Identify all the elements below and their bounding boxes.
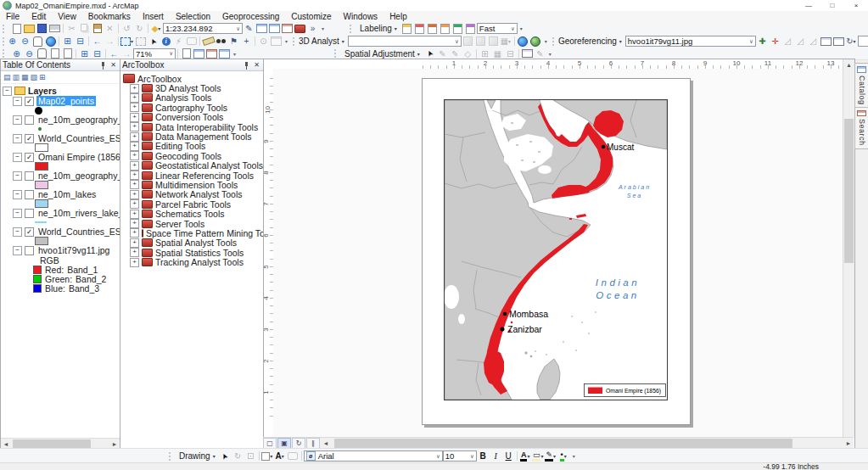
- map-vertical-scrollbar[interactable]: ▲: [843, 59, 854, 437]
- expand-toggle[interactable]: −: [13, 153, 22, 162]
- zoom-to-selected-elements-button[interactable]: ⊡: [244, 450, 257, 462]
- find-tool[interactable]: [215, 36, 227, 47]
- layout-canvas[interactable]: Muscat Mombasa Zanizbar Arabian Sea Indi…: [273, 69, 843, 437]
- fixed-zoom-in-button[interactable]: ⊞: [61, 36, 74, 47]
- fill-color-button[interactable]: ▭▾: [532, 450, 545, 462]
- catalog-window-button[interactable]: [268, 23, 281, 34]
- toolbox-item[interactable]: +Geostatistical Analyst Tools: [123, 161, 263, 171]
- toolbar-overflow-icon[interactable]: ▾: [545, 38, 547, 44]
- expand-toggle[interactable]: −: [13, 134, 22, 143]
- edgematch-tool[interactable]: ⊞: [479, 48, 491, 59]
- scroll-left-icon[interactable]: ◄: [321, 439, 331, 449]
- toggle-draft-mode-button[interactable]: [180, 48, 193, 59]
- menu-bookmarks[interactable]: Bookmarks: [82, 11, 137, 22]
- menu-insert[interactable]: Insert: [137, 11, 170, 22]
- expand-toggle[interactable]: +: [130, 258, 139, 267]
- scroll-right-icon[interactable]: ►: [843, 439, 854, 449]
- arctoolbox-close-icon[interactable]: ✕: [252, 61, 261, 69]
- toolbox-item[interactable]: +Spatial Analyst Tools: [123, 238, 263, 248]
- delete-button[interactable]: ✕: [104, 23, 116, 34]
- toolbar-grip[interactable]: [334, 49, 340, 58]
- layout-fixed-zoom-out-button[interactable]: ⊟: [91, 48, 104, 59]
- save-button[interactable]: [36, 23, 48, 34]
- fixed-zoom-out-button[interactable]: ⊟: [74, 36, 87, 47]
- spatial-adjustment-menu-button[interactable]: Spatial Adjustment▾: [342, 49, 423, 59]
- expand-toggle[interactable]: −: [13, 190, 22, 199]
- toolbar-grip[interactable]: [350, 25, 356, 33]
- minimize-button[interactable]: —: [797, 0, 820, 11]
- toolbar-overflow-icon[interactable]: ▾: [520, 25, 523, 31]
- layer-symbol[interactable]: [35, 199, 48, 208]
- font-combo[interactable]: øArial∨: [304, 450, 443, 462]
- toolbox-item[interactable]: +Tracking Analyst Tools: [123, 257, 263, 266]
- toolbox-item[interactable]: +3D Analyst Tools: [123, 83, 263, 92]
- expand-toggle[interactable]: +: [130, 180, 139, 189]
- close-button[interactable]: ×: [844, 0, 868, 11]
- arcglobe-button[interactable]: [517, 36, 529, 47]
- toolbox-item[interactable]: +Data Management Tools: [123, 131, 263, 141]
- create-graph-button[interactable]: ▦▾: [500, 36, 512, 47]
- toolbar-overflow-icon[interactable]: ▾: [285, 38, 288, 44]
- layer-checkbox[interactable]: [25, 209, 34, 218]
- find-route-button[interactable]: ⚑: [227, 36, 240, 47]
- layer-checkbox[interactable]: [25, 115, 34, 125]
- view-link-table-button[interactable]: [820, 36, 832, 47]
- zoom-forward-button[interactable]: →: [120, 48, 133, 59]
- layer-checkbox[interactable]: ✓: [25, 227, 34, 237]
- menu-geoprocessing[interactable]: Geoprocessing: [216, 11, 285, 22]
- expand-toggle[interactable]: +: [130, 161, 139, 171]
- expand-toggle[interactable]: +: [130, 219, 139, 228]
- expand-toggle[interactable]: +: [130, 228, 139, 238]
- search-tab[interactable]: Search: [854, 107, 868, 149]
- expand-toggle[interactable]: +: [130, 84, 139, 93]
- layer-symbol[interactable]: [38, 127, 42, 131]
- delete-link-button[interactable]: ◿: [807, 36, 820, 47]
- layer-name[interactable]: ne_10m_geography_regions_points: [36, 115, 120, 125]
- pin-icon[interactable]: [98, 61, 107, 70]
- change-layout-button[interactable]: [205, 48, 218, 59]
- html-popup-tool[interactable]: [185, 36, 198, 47]
- table-of-contents-window-button[interactable]: [255, 23, 268, 34]
- time-slider-button[interactable]: ⊙: [257, 36, 270, 47]
- python-window-button[interactable]: »: [306, 23, 319, 34]
- toolbox-item[interactable]: +Parcel Fabric Tools: [123, 199, 263, 209]
- toolbox-item[interactable]: +Schematics Tools: [123, 209, 263, 218]
- toolbox-item[interactable]: +Geocoding Tools: [123, 151, 263, 160]
- rotate-image-button[interactable]: ↻▾: [845, 36, 858, 47]
- select-elements-tool[interactable]: ➤: [147, 36, 160, 47]
- map-data-frame[interactable]: Muscat Mombasa Zanizbar Arabian Sea Indi…: [444, 99, 668, 400]
- list-by-drawing-order-button[interactable]: ▤: [3, 73, 11, 81]
- layer-symbol[interactable]: [35, 237, 48, 245]
- select-link-tool[interactable]: ✛: [769, 36, 781, 47]
- rotation-angle-combo[interactable]: [858, 36, 868, 47]
- shape-tool[interactable]: ▾: [261, 450, 274, 462]
- text-tool[interactable]: A▾: [274, 450, 287, 462]
- expand-toggle[interactable]: +: [130, 142, 139, 151]
- toolbox-item[interactable]: +Cartography Tools: [123, 103, 263, 112]
- layout-zoom-out-tool[interactable]: ⊖: [23, 48, 36, 59]
- 3d-analyst-menu-button[interactable]: 3D Analyst▾: [296, 36, 348, 46]
- layer-name[interactable]: ne_10m_rivers_lake_centerlines_scale_: [36, 208, 120, 218]
- select-features-tool[interactable]: ▾: [120, 36, 134, 47]
- bold-button[interactable]: B: [477, 450, 490, 462]
- measure-tool[interactable]: [202, 36, 215, 47]
- layer-name[interactable]: World_Countries_ESRI_Detailed: [36, 133, 120, 143]
- lock-labels-button[interactable]: [439, 23, 451, 34]
- editor-toolbar-button[interactable]: ✎: [243, 23, 255, 34]
- toolbar-overflow-icon[interactable]: ▾: [322, 25, 324, 31]
- arctoolbox-window-button[interactable]: [294, 23, 306, 34]
- zoom-out-tool[interactable]: ⊖: [19, 36, 31, 47]
- expand-toggle[interactable]: −: [13, 97, 22, 106]
- interpolate-polygon-tool[interactable]: [487, 36, 500, 47]
- layout-pan-tool[interactable]: [36, 48, 48, 59]
- layer-symbol[interactable]: [35, 107, 42, 115]
- go-forward-extent-button[interactable]: →: [104, 36, 116, 47]
- open-link-preview-button[interactable]: ⊟: [504, 48, 517, 59]
- toolbar-grip[interactable]: [552, 37, 554, 46]
- callout-tool[interactable]: [287, 450, 300, 462]
- limited-adjustment-tool[interactable]: ▦: [491, 48, 504, 59]
- maximize-button[interactable]: □: [820, 0, 844, 11]
- expand-toggle[interactable]: −: [3, 87, 12, 96]
- toolbar-overflow-icon[interactable]: ▾: [549, 51, 552, 57]
- catalog-tab[interactable]: Catalog: [854, 63, 868, 109]
